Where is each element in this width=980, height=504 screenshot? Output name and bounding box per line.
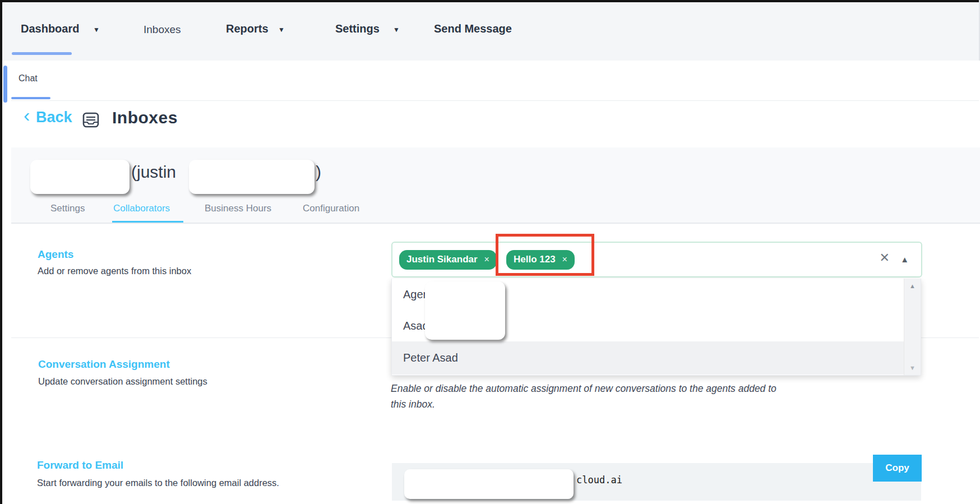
forward-to-email-title: Forward to Email — [37, 460, 123, 470]
agents-multiselect[interactable]: Justin Sikandar × Hello 123 × ✕ ▲ — [391, 242, 922, 278]
redaction-box — [425, 281, 505, 340]
nav-item-inboxes[interactable]: Inboxes — [144, 24, 181, 36]
redaction-box — [30, 160, 130, 194]
page-title: Inboxes — [112, 109, 178, 126]
tab-collaborators[interactable]: Collaborators — [113, 203, 170, 214]
scroll-down-icon[interactable]: ▼ — [904, 364, 921, 371]
chevron-left-icon[interactable]: ‹ — [24, 105, 30, 124]
active-nav-underline — [12, 52, 72, 55]
tab-business-hours[interactable]: Business Hours — [205, 203, 271, 214]
caret-down-icon[interactable]: ▼ — [278, 26, 285, 34]
tab-settings[interactable]: Settings — [50, 203, 85, 214]
dropdown-scrollbar[interactable]: ▲ ▼ — [904, 279, 921, 375]
tab-configuration[interactable]: Configuration — [303, 203, 359, 214]
agents-section-description: Add or remove agents from this inbox — [38, 266, 191, 276]
agents-section-title: Agents — [38, 249, 73, 260]
inbox-title-band: (justin ) Settings Collaborators Busines… — [11, 147, 980, 224]
tab-chat[interactable]: Chat — [19, 73, 38, 84]
redaction-box — [404, 469, 574, 499]
chat-tab-underline — [11, 97, 50, 99]
caret-down-icon[interactable]: ▼ — [93, 26, 100, 34]
forward-to-email-description: Start forwarding your emails to the foll… — [37, 478, 279, 488]
back-button[interactable]: Back — [36, 110, 72, 125]
app-window: Dashboard ▼ Inboxes Reports ▼ Settings ▼… — [0, 0, 980, 504]
clear-selection-icon[interactable]: ✕ — [880, 252, 890, 264]
agent-tag-label: Justin Sikandar — [406, 254, 478, 265]
collaborators-tab-underline — [112, 221, 183, 223]
nav-item-settings[interactable]: Settings — [335, 22, 380, 35]
agent-tag: Justin Sikandar × — [399, 250, 497, 270]
inbox-icon — [82, 111, 100, 129]
email-domain-text: cloud.ai — [576, 474, 622, 485]
inbox-name-fragment: ) — [316, 164, 321, 181]
top-nav: Dashboard ▼ Inboxes Reports ▼ Settings ▼… — [2, 2, 979, 61]
dropdown-option[interactable]: Peter Asad — [392, 341, 921, 374]
redaction-box — [189, 160, 315, 194]
active-tab-indicator-bar — [3, 66, 7, 103]
copy-button[interactable]: Copy — [873, 455, 922, 482]
window-border-left — [0, 0, 2, 504]
nav-item-dashboard[interactable]: Dashboard — [21, 22, 79, 35]
conversation-assignment-description: Update conversation assignment settings — [38, 377, 207, 386]
conversation-assignment-title: Conversation Assignment — [38, 359, 170, 369]
scroll-up-icon[interactable]: ▲ — [904, 283, 921, 289]
remove-tag-icon[interactable]: × — [484, 255, 489, 265]
conversation-assignment-help-text: Enable or disable the automatic assignme… — [391, 381, 778, 413]
collapse-caret-icon[interactable]: ▲ — [900, 255, 909, 263]
annotation-red-box — [496, 234, 594, 276]
tab-row-divider — [11, 100, 979, 101]
nav-item-reports[interactable]: Reports — [226, 22, 269, 35]
caret-down-icon[interactable]: ▼ — [393, 26, 400, 34]
nav-item-send-message[interactable]: Send Message — [434, 22, 512, 35]
inbox-name-fragment: (justin — [131, 164, 176, 181]
